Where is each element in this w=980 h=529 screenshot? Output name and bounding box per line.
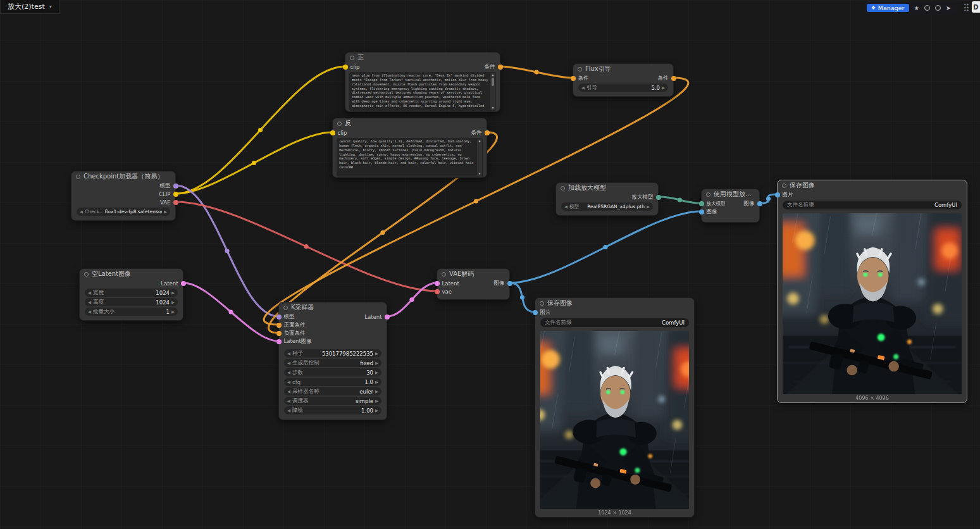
node-header[interactable]: 保存图像 — [535, 298, 694, 308]
input-port-negative[interactable]: 负面条件 — [279, 329, 306, 337]
input-port-conditioning[interactable]: 条件 — [573, 74, 589, 82]
collapse-dot-icon[interactable] — [578, 67, 582, 72]
model-port-dot[interactable] — [276, 314, 282, 320]
collapse-dot-icon[interactable] — [84, 272, 89, 277]
link-midpoint-dot-latent-to-ksampler[interactable] — [228, 309, 233, 314]
link-midpoint-dot-decoder-to-upscaler[interactable] — [603, 245, 607, 249]
collapse-dot-icon[interactable] — [706, 192, 710, 197]
decrement-icon[interactable]: ◀ — [287, 380, 290, 385]
decrement-icon[interactable]: ◀ — [88, 309, 91, 314]
link-midpoint-dot-decoder-to-save[interactable] — [520, 295, 524, 299]
node-save-image-4096[interactable]: 保存图像 图片 文件名前缀 ComfyUI 4096 × 4096 — [777, 180, 967, 403]
decrement-icon[interactable]: ◀ — [287, 370, 290, 375]
filename-prefix-widget[interactable]: 文件名前缀 ComfyUI — [540, 318, 689, 327]
link-midpoint-dot-ksampler-to-decoder[interactable] — [409, 297, 414, 302]
output-port-conditioning[interactable]: 条件 — [658, 74, 674, 82]
output-port-vae[interactable]: VAE — [160, 198, 175, 206]
node-checkpoint-loader[interactable]: Checkpoint加载器（简易） 模型 CLIP VAE ◀ Check...… — [71, 171, 176, 221]
decrement-icon[interactable]: ◀ — [287, 408, 290, 413]
increment-icon[interactable]: ▶ — [375, 408, 378, 413]
node-load-upscale-model[interactable]: 加载放大模型 放大模型 ◀ 模型 RealESRGAN_x4plus.pth ▶ — [555, 182, 659, 216]
output-port-latent[interactable]: Latent — [161, 279, 183, 287]
output-port-image[interactable]: 图像 — [494, 279, 510, 287]
link-midpoint-dot-vae-to-decoder[interactable] — [304, 244, 308, 249]
input-port-upscale-model[interactable]: 放大模型 — [702, 199, 726, 208]
node-header[interactable]: Checkpoint加载器（简易） — [71, 171, 175, 182]
image-port-dot[interactable] — [533, 310, 538, 315]
denoise-widget[interactable]: ◀ 降噪 1.00 ▶ — [284, 406, 381, 414]
guidance-widget[interactable]: ◀ 引导 5.0 ▶ — [578, 84, 668, 92]
conditioning-port-dot[interactable] — [485, 130, 490, 135]
prev-value-icon[interactable]: ◀ — [287, 361, 290, 366]
share-icon[interactable]: ➤ — [946, 5, 951, 11]
control-after-generate-widget[interactable]: ◀ 生成后控制 fixed ▶ — [284, 359, 381, 367]
increment-icon[interactable]: ▶ — [375, 351, 378, 356]
model-port-dot[interactable] — [173, 184, 178, 189]
link-midpoint-dot-model-to-ksampler[interactable] — [225, 249, 229, 253]
prev-value-icon[interactable]: ◀ — [564, 204, 568, 209]
link-midpoint-dot-upscaler-to-save[interactable] — [766, 196, 771, 201]
scroll-down-icon[interactable]: ▼ — [478, 172, 480, 175]
node-empty-latent[interactable]: 空Latent图像 Latent ◀ 宽度 1024 ▶ ◀ 高度 1024 ▶… — [79, 268, 183, 321]
upscale-model-port-dot[interactable] — [656, 195, 661, 200]
drag-handle-icon[interactable] — [964, 3, 969, 11]
output-port-image[interactable]: 图像 — [744, 199, 760, 208]
image-port-dot[interactable] — [699, 209, 704, 215]
collapse-dot-icon[interactable] — [283, 306, 288, 310]
workflow-tab[interactable]: 放大(2)test ▾ — [0, 0, 59, 14]
node-negative-prompt[interactable]: 反 clip 条件 (worst quality, low quality:1.… — [332, 118, 487, 178]
link-midpoint-dot-negative-to-ksampler[interactable] — [380, 230, 385, 235]
increment-icon[interactable]: ▶ — [171, 290, 175, 296]
node-ksampler[interactable]: K采样器 模型 Latent 正面条件 负面条件 Latent图像 ◀ 种子 5… — [278, 302, 387, 420]
side-panel-button[interactable]: D — [972, 1, 980, 13]
height-widget[interactable]: ◀ 高度 1024 ▶ — [85, 298, 178, 306]
conditioning-port-dot[interactable] — [276, 331, 282, 336]
circle-icon-1[interactable] — [924, 5, 930, 11]
vae-port-dot[interactable] — [435, 289, 440, 294]
conditioning-port-dot[interactable] — [671, 76, 676, 81]
circle-icon-2[interactable] — [935, 5, 941, 11]
latent-port-dot[interactable] — [435, 281, 440, 286]
prev-value-icon[interactable]: ◀ — [287, 389, 290, 394]
node-vae-decode[interactable]: VAE解码 Latent 图像 vae — [437, 268, 510, 300]
latent-port-dot[interactable] — [181, 281, 186, 286]
node-header[interactable]: Flux引导 — [573, 64, 673, 74]
image-port-dot[interactable] — [507, 281, 512, 286]
link-midpoint-dot-positive-to-flux[interactable] — [534, 70, 538, 74]
decrement-icon[interactable]: ◀ — [287, 351, 290, 356]
increment-icon[interactable]: ▶ — [171, 309, 175, 314]
collapse-dot-icon[interactable] — [442, 272, 446, 277]
image-port-dot[interactable] — [757, 201, 762, 206]
ckpt-name-widget[interactable]: ◀ Check... flux1-dev-fp8.safetensors ▶ — [77, 208, 170, 216]
input-port-vae[interactable]: vae — [437, 287, 452, 296]
manager-button[interactable]: ❖ Manager — [867, 4, 909, 12]
negative-prompt-textarea[interactable]: (worst quality, low quality:1.3), deform… — [337, 138, 483, 177]
decrement-icon[interactable]: ◀ — [88, 290, 91, 296]
node-upscale-image-using-model[interactable]: 使用模型放... 放大模型 图像 图像 — [701, 189, 760, 223]
input-port-latent-image[interactable]: Latent图像 — [279, 337, 312, 345]
output-port-upscale-model[interactable]: 放大模型 — [632, 193, 659, 201]
prev-value-icon[interactable]: ◀ — [80, 209, 83, 215]
conditioning-port-dot[interactable] — [276, 323, 282, 328]
input-port-image[interactable]: 图像 — [702, 208, 717, 216]
input-port-latent[interactable]: Latent — [437, 279, 459, 287]
next-value-icon[interactable]: ▶ — [375, 399, 378, 404]
link-midpoint-dot-flux-to-ksampler[interactable] — [474, 199, 478, 203]
increment-icon[interactable]: ▶ — [375, 370, 378, 375]
increment-icon[interactable]: ▶ — [375, 380, 378, 385]
input-port-positive[interactable]: 正面条件 — [279, 321, 306, 329]
scroll-down-icon[interactable]: ▼ — [492, 106, 493, 109]
scroll-up-icon[interactable]: ▲ — [478, 139, 480, 142]
output-port-conditioning[interactable]: 条件 — [485, 63, 500, 71]
textarea-scrollbar[interactable]: ▲ ▼ — [490, 73, 495, 110]
input-port-clip[interactable]: clip — [345, 63, 359, 71]
node-positive-prompt[interactable]: 正 clip 条件 neon glow from illuminating re… — [345, 52, 500, 112]
link-midpoint-dot-upscalemodel-to-upscaler[interactable] — [678, 197, 682, 202]
next-value-icon[interactable]: ▶ — [164, 209, 167, 215]
scroll-up-icon[interactable]: ▲ — [492, 73, 493, 77]
filename-prefix-widget[interactable]: 文件名前缀 ComfyUI — [783, 201, 962, 209]
link-midpoint-dot-clip-to-positive[interactable] — [258, 128, 263, 132]
output-port-clip[interactable]: CLIP — [159, 190, 175, 198]
node-header[interactable]: 使用模型放... — [702, 189, 759, 199]
clip-port-dot[interactable] — [330, 130, 335, 135]
